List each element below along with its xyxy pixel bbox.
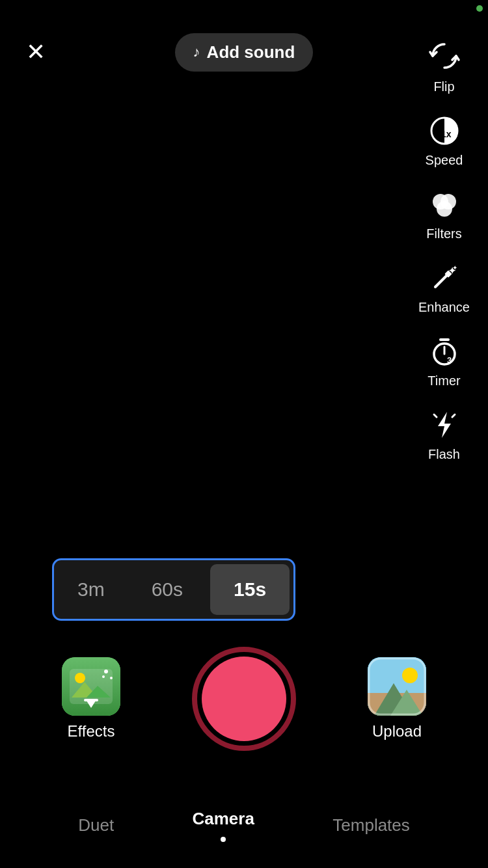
music-icon: ♪ bbox=[193, 44, 200, 61]
svg-line-17 bbox=[452, 414, 455, 417]
timer-label: Timer bbox=[427, 373, 460, 388]
effects-label: Effects bbox=[68, 722, 115, 740]
speed-label: Speed bbox=[426, 153, 463, 168]
record-inner-circle bbox=[202, 657, 286, 741]
svg-line-7 bbox=[435, 274, 448, 287]
upload-button[interactable]: Upload bbox=[368, 657, 426, 740]
close-button[interactable]: ✕ bbox=[20, 36, 52, 68]
speed-icon: 1x bbox=[426, 113, 463, 149]
svg-rect-20 bbox=[70, 669, 113, 704]
svg-point-27 bbox=[110, 677, 113, 679]
add-sound-label: Add sound bbox=[207, 42, 295, 62]
svg-point-26 bbox=[104, 670, 108, 673]
svg-text:✦: ✦ bbox=[452, 264, 457, 271]
effects-icon bbox=[62, 657, 120, 716]
flash-label: Flash bbox=[428, 447, 460, 462]
upload-label: Upload bbox=[372, 722, 422, 740]
enhance-label: Enhance bbox=[418, 300, 470, 315]
flash-icon bbox=[426, 407, 463, 443]
right-toolbar: Flip 1x Speed Filters bbox=[413, 33, 475, 468]
svg-point-32 bbox=[402, 668, 418, 683]
duration-selector: 3m 60s 15s bbox=[52, 558, 295, 621]
filters-button[interactable]: Filters bbox=[421, 180, 468, 248]
record-outer-ring bbox=[192, 647, 296, 751]
svg-line-16 bbox=[434, 414, 437, 417]
svg-marker-15 bbox=[438, 412, 451, 438]
filters-icon bbox=[426, 186, 463, 223]
svg-point-21 bbox=[75, 673, 85, 683]
add-sound-button[interactable]: ♪ Add sound bbox=[175, 33, 314, 72]
filters-label: Filters bbox=[426, 226, 461, 241]
bottom-controls: Effects Upload bbox=[0, 647, 488, 751]
svg-text:1x: 1x bbox=[441, 129, 452, 139]
close-icon: ✕ bbox=[26, 40, 46, 64]
flip-button[interactable]: Flip bbox=[421, 33, 468, 101]
nav-duet[interactable]: Duet bbox=[78, 815, 114, 835]
duration-15s[interactable]: 15s bbox=[210, 564, 290, 615]
svg-point-6 bbox=[437, 201, 452, 217]
svg-point-28 bbox=[102, 675, 105, 678]
timer-button[interactable]: 3 Timer bbox=[421, 327, 468, 395]
bottom-nav: Duet Camera Templates bbox=[0, 809, 488, 842]
nav-templates[interactable]: Templates bbox=[332, 815, 410, 835]
nav-duet-label: Duet bbox=[78, 815, 114, 835]
nav-templates-label: Templates bbox=[332, 815, 410, 835]
nav-active-indicator bbox=[221, 837, 226, 842]
flip-label: Flip bbox=[433, 79, 454, 94]
enhance-button[interactable]: ✦ ✦ Enhance bbox=[413, 253, 475, 321]
effects-button[interactable]: Effects bbox=[62, 657, 120, 740]
flash-button[interactable]: Flash bbox=[421, 400, 468, 468]
svg-text:3: 3 bbox=[447, 355, 452, 365]
enhance-icon: ✦ ✦ bbox=[426, 260, 463, 296]
duration-60s[interactable]: 60s bbox=[128, 564, 206, 615]
nav-camera[interactable]: Camera bbox=[193, 809, 254, 842]
duration-3m[interactable]: 3m bbox=[54, 564, 128, 615]
record-button[interactable] bbox=[192, 647, 296, 751]
timer-icon: 3 bbox=[426, 333, 463, 370]
svg-rect-11 bbox=[439, 338, 450, 341]
nav-camera-label: Camera bbox=[193, 809, 254, 829]
speed-button[interactable]: 1x Speed bbox=[420, 106, 468, 174]
upload-icon bbox=[368, 657, 426, 716]
flip-icon bbox=[426, 39, 463, 75]
